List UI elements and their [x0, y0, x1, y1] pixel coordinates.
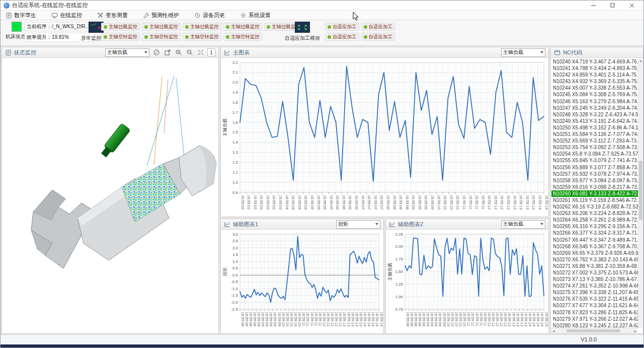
nc-code-list[interactable]: N10240 X4.719 Y-3.467 Z-4.669 A-76.396N1…	[551, 58, 638, 328]
nc-code-line[interactable]: N10248 X5.328 Y-3.22 Z-6.423 A-74.52 C	[551, 111, 638, 118]
spindle-overload-monitor-button[interactable]: 主轴过载监控	[142, 23, 181, 31]
svg-text:16:59:07: 16:59:07	[379, 195, 384, 210]
doc-icon	[6, 12, 12, 19]
menu-item-monitor[interactable]: 在线监控	[51, 12, 82, 19]
spindle-idle-monitor-button[interactable]: 主轴空转监控	[223, 33, 262, 41]
nc-code-line[interactable]: N10264 X6.258 Y-3.261 Z-8.989 A-72.072	[551, 217, 638, 223]
zoom-in-icon[interactable]	[174, 48, 183, 57]
nc-code-line[interactable]: N10258 X5.977 Y-3.084 Z-8.097 A-73.138	[551, 177, 638, 184]
nc-code-line[interactable]: N10252 X5.669 Y-3.112 Z-7.293 A-73.844	[551, 137, 638, 144]
nc-code-line[interactable]: N10241 X4.788 Y-3.434 Z-4.893 A-76.062	[551, 65, 638, 72]
nc-code-line[interactable]: N10240 X4.719 Y-3.467 Z-4.669 A-76.396	[551, 58, 638, 65]
zoom-scale-value[interactable]: 1	[207, 48, 215, 56]
nc-horizontal-scrollbar[interactable]: ◄ ►	[551, 328, 638, 333]
nc-code-line[interactable]: N10251 X5.584 Y-3.136 Z-7.077 A-74.012	[551, 131, 638, 137]
spindle-overload-monitor-button[interactable]: 主轴过载监控	[101, 23, 140, 31]
nc-code-line-active[interactable]: N10260 X6.081 Y-3.133 Z-8.422 A-72.835	[551, 190, 638, 197]
spindle-idle-monitor-button[interactable]: 主轴空转监控	[101, 33, 140, 41]
aux-chart2-title: 辅助图表2	[398, 221, 423, 228]
nc-code-line[interactable]: N10243 X4.932 Y-3.369 Z-5.335 A-75.523	[551, 78, 638, 85]
nc-code-line[interactable]: N10254 X5.8 Y-3.084 Z-7.625 A-73.571 C	[551, 151, 638, 157]
svg-text:1.3: 1.3	[232, 150, 238, 155]
adaptive-module[interactable]: 自适应加工模块	[285, 22, 320, 42]
nc-code-line[interactable]: N10266 X6.377 Y-3.324 Z-9.317 A-71.443	[551, 230, 638, 236]
nc-code-line[interactable]: N10259 X6.016 Y-3.098 Z-8.217 A-73.036	[551, 184, 638, 190]
svg-text:16:59:05: 16:59:05	[329, 195, 334, 210]
zoom-out-icon[interactable]	[185, 48, 194, 57]
reset-view-icon[interactable]	[163, 48, 172, 57]
scroll-right-icon[interactable]: ►	[633, 328, 637, 334]
menu-item-clock[interactable]: 设备历史	[194, 12, 225, 19]
scroll-thumb[interactable]	[639, 161, 642, 220]
menu-item-doc[interactable]: 数字孪生	[6, 12, 36, 19]
nc-code-line[interactable]: N10265 X6.316 Y-3.296 Z-9.156 A-71.771	[551, 223, 638, 230]
orbit-icon[interactable]	[152, 48, 160, 57]
svg-text:16:59:09: 16:59:09	[273, 312, 277, 326]
svg-text:16:59:08: 16:59:08	[406, 312, 410, 326]
3d-viewport[interactable]	[2, 58, 218, 333]
nc-code-line[interactable]: N10263 X6.206 Y-3.224 Z-8.828 A-72.33 C	[551, 210, 638, 217]
nc-code-line[interactable]: N10249 X5.413 Y-3.191 Z-6.642 A-74.346	[551, 118, 638, 124]
status-dot-icon	[185, 25, 189, 29]
aux-chart2-metric-select[interactable]: 主轴负载	[501, 220, 545, 229]
nc-code-line[interactable]: N10277 X7.677 Y-3.304 Z-11.621 A-64.48	[551, 302, 638, 309]
nc-code-line[interactable]: N10244 X5.007 Y-3.338 Z-5.553 A-75.297	[551, 85, 638, 91]
nc-code-line[interactable]: N10268 X6.545 Y-3.367 Z-9.708 A-70.519	[551, 243, 638, 250]
svg-text:16:59:08: 16:59:08	[253, 312, 257, 326]
nc-vertical-scrollbar[interactable]: ▲	[638, 58, 643, 328]
nc-code-line[interactable]: N10279 X7.971 Y-3.266 Z-12.027 A-62.98	[551, 316, 638, 322]
svg-text:16:59:09: 16:59:09	[418, 195, 422, 210]
nc-code-line[interactable]: N10274 X7.261 Y-3.352 Z-10.998 A-66.67	[551, 283, 638, 289]
adaptive-machining-button[interactable]: 自适应加工	[361, 33, 395, 41]
scroll-left-icon[interactable]: ◄	[552, 328, 555, 334]
nc-code-line[interactable]: N10255 X5.845 Y-3.079 Z-7.741 A-73.458	[551, 157, 638, 164]
adaptive-machining-button[interactable]: 自适应加工	[325, 23, 359, 31]
nc-code-line[interactable]: N10245 X5.084 Y-3.308 Z-5.769 A-75.088	[551, 91, 638, 98]
adaptive-machining-button[interactable]: 自适应加工	[361, 23, 395, 31]
svg-text:16:59:06: 16:59:06	[342, 195, 346, 210]
maximize-button[interactable]	[603, 1, 622, 10]
status-metric-select[interactable]: 主轴负载	[105, 48, 149, 57]
nc-code-line[interactable]: N10273 X7.13 Y-3.365 Z-10.786 A-67.372	[551, 276, 638, 283]
nc-code-line[interactable]: N10278 X7.823 Y-3.286 Z-11.825 A-63.73	[551, 309, 638, 316]
nc-code-line[interactable]: N10272 X7.002 Y-3.375 Z-10.573 A-68.05	[551, 269, 638, 276]
menu-item-gear[interactable]: 系统设置	[240, 12, 271, 19]
line-chart-icon	[224, 221, 230, 228]
fit-view-icon[interactable]	[196, 48, 205, 57]
spindle-overload-monitor-button[interactable]: 主轴过载监控	[223, 23, 262, 31]
nc-code-line[interactable]: N10271 X6.88 Y-3.381 Z-10.359 A-68.711	[551, 263, 638, 269]
close-button[interactable]	[622, 1, 641, 10]
nc-code-line[interactable]: N10269 X6.65 Y-3.379 Z-9.926 A-69.947 C	[551, 250, 638, 256]
spindle-overload-monitor-button[interactable]: 主轴过载监控	[183, 23, 221, 31]
nc-code-line[interactable]: N10262 X6.16 Y-3.19 Z-8.682 A-72.534 C	[551, 203, 638, 210]
nc-code-line[interactable]: N10276 X7.535 Y-3.322 Z-11.415 A-65.22	[551, 296, 638, 302]
main-chart-metric-select[interactable]: 主轴负载	[501, 48, 545, 57]
svg-text:2.1: 2.1	[232, 70, 238, 75]
scroll-thumb[interactable]	[567, 329, 620, 332]
nc-code-line[interactable]: N10270 X6.762 Y-3.383 Z-10.143 A-69.34	[551, 256, 638, 263]
nc-code-line[interactable]: N10275 X7.396 Y-3.338 Z-11.207 A-65.95	[551, 289, 638, 296]
svg-text:16:59:13: 16:59:13	[525, 195, 530, 210]
spindle-idle-monitor-button[interactable]: 主轴空转监控	[183, 33, 221, 41]
spindle-idle-monitor-button[interactable]: 主轴空转监控	[142, 33, 181, 41]
nc-code-line[interactable]: N10253 X5.754 Y-3.092 Z-7.508 A-73.677	[551, 144, 638, 151]
aux-chart1-metric-select[interactable]: 扭矩	[336, 220, 380, 229]
nc-code-line[interactable]: N10256 X5.889 Y-3.077 Z-7.858 A-73.348	[551, 164, 638, 171]
menu-item-measure[interactable]: 变形测量	[97, 12, 128, 19]
nc-code-line[interactable]: N10280 X8.123 Y-3.245 Z-12.227 A-62.23	[551, 322, 638, 328]
menu-bar: 数字孪生在线监控变形测量预测性维护设备历史系统设置	[1, 11, 644, 20]
svg-text:0.9: 0.9	[232, 190, 238, 195]
svg-text:16:59:12: 16:59:12	[487, 195, 492, 210]
svg-text:16:59:13: 16:59:13	[513, 195, 517, 210]
minimize-button[interactable]	[584, 1, 603, 10]
nc-code-line[interactable]: N10257 X5.932 Y-3.078 Z-7.974 A-73.243	[551, 171, 638, 177]
nc-code-line[interactable]: N10247 X5.245 Y-3.249 Z-6.204 A-74.701	[551, 105, 638, 111]
nc-code-line[interactable]: N10246 X5.163 Y-3.279 Z-5.984 A-74.892	[551, 98, 638, 105]
nc-code-line[interactable]: N10267 X6.447 Y-3.347 Z-9.489 A-71.055	[551, 237, 638, 243]
scroll-up-icon[interactable]: ▲	[638, 58, 643, 63]
menu-item-wrench[interactable]: 预测性维护	[143, 12, 179, 19]
nc-code-line[interactable]: N10261 X6.119 Y-3.159 Z-8.546 A-72.701	[551, 197, 638, 203]
adaptive-machining-button[interactable]: 自适应加工	[325, 33, 359, 41]
nc-code-line[interactable]: N10242 X4.859 Y-3.401 Z-5.114 A-75.775	[551, 72, 638, 78]
nc-code-line[interactable]: N10250 X5.498 Y-3.162 Z-6.86 A-74.178 C	[551, 124, 638, 131]
